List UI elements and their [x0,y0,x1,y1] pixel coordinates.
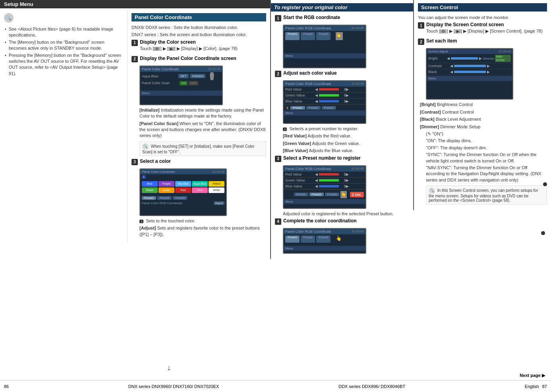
off-desc: "OFF": The display doesn't dim. [426,145,547,151]
rgb-red-row: Red Value ◀ 0 ▶ [284,87,365,93]
column-3-register-color: To register your original color 1 Start … [270,0,413,259]
rgb-complete-presets: Preset1 Preset2 Preset3 👆 [284,234,365,244]
pcc-off-btn[interactable]: OFF [189,81,198,85]
sc-step-1-title: Display the Screen Control screen [426,22,547,27]
rgb-screen-1: Panel Color RGB Coordinate 22:30:45 Pres… [283,25,366,68]
green-bar [319,94,339,97]
down-arrow-col2: ↓ [167,363,171,372]
note-icon-col1: 🔍 [4,13,14,23]
color-aquablue[interactable]: Aqua Blue [192,181,208,187]
adjust-btn[interactable]: Adjust [214,201,224,205]
dnx9-desc: DNX9/ DDX8 series : Sets the button illu… [131,25,266,31]
rgb-preset-screen: Panel Color RGB Coordinate 22:30:45 Red … [283,165,366,209]
pcc-row-color: Aqua Blue SET Initialize [140,72,222,81]
color-pink[interactable]: Pink [192,187,208,193]
step-1-desc: Touch [⚙] ▶ [▶] ▶ [Display] ▶ [Color]. (… [140,46,266,51]
footer-series-center: DDX series DDX896/ DDX8046BT [338,384,405,389]
pcc-set-btn[interactable]: SET [178,74,189,78]
preset1-btn[interactable]: Preset1 [142,196,156,200]
blue-bar-3 [319,185,339,187]
col3-step-2-num: 2 [275,71,281,77]
color-select-screen: Panel Color Coordinate 22:30:45 1 Blue P… [139,168,227,216]
footer: 86 DNX series DNX9960/ DNX7160/ DNX7020E… [0,380,551,392]
panel-color-scan-desc: [Panel Color Scan] When set to "ON", the… [139,121,266,139]
dimmer-sub: (✎ "ON") [426,131,547,137]
footer-series-left: DNX series DNX9960/ DNX7160/ DNX7020EX [128,384,219,389]
notes-list: See <About Picture files> (page 6) for r… [4,26,123,77]
rgb-blue-row: Blue Value ◀ 0 ▶ [284,98,365,104]
preset3-adj[interactable]: Preset3 [322,106,336,110]
sets-to-touched: 1 Sets to the touched color. [139,218,266,224]
preset1-adj[interactable]: Preset1 [290,106,305,110]
step-2-number: 2 [131,56,138,62]
adjusted-registered-desc: Adjusted color is registered to the sele… [283,211,409,217]
sc-step-1-desc: Touch [⚙] ▶ [▶] ▶ [Display] ▶ [Screen Co… [426,29,547,34]
preset2-cmp[interactable]: Preset2 [301,236,315,243]
preset2-adj[interactable]: Preset2 [306,106,321,110]
pcc-initialize-btn[interactable]: Initialize [190,74,206,78]
note-box-touch: 🔍 When touching [SET] or [Initialize], m… [139,141,266,156]
color-green[interactable]: Green [142,187,158,193]
black-bar [454,71,486,73]
preset2-rgb1[interactable]: Preset2 [301,32,315,40]
sync-desc: "SYNC": Turning the Dimmer function On o… [426,152,547,164]
footer-page-number: 87 [542,384,547,389]
rgb-green-row: Green Value ◀ 0 ▶ [284,93,365,98]
col3-step-1: 1 Start the RGB coordinate [275,15,409,21]
preset3-sel[interactable]: Preset3 [325,193,339,196]
step-indicator-1: 1 [139,220,143,223]
preset3-cmp[interactable]: Preset3 [316,236,331,243]
preset2-sel[interactable]: Preset2 [309,193,324,196]
rgb-adjust-header: Panel Color RGB Coordinate 22:30:45 [284,81,365,87]
column-2-panel-color: Panel Color Coordinate DNX9/ DDX8 series… [127,10,270,242]
rgb-complete-header: Panel Color RGB Coordinate 22:30:45 [284,229,365,234]
footer-left-number: 86 [4,384,9,389]
column-4-screen-control: Screen Control You can adjust the screen… [413,0,551,210]
rgb-preset-red: Red Value ◀ 0 ▶ [284,172,365,178]
screen-adjust-mockup: Screen Adjust 22:30:45 Bright ◀ ▶ Dimmer… [426,48,513,100]
sec-badge: 2 sec. [350,192,364,197]
sc-step-2: 2 Set each item [418,38,547,45]
color-red[interactable]: Red [175,187,191,193]
col3-step-1-title: Start the RGB coordinate [283,15,409,20]
preset1-cmp[interactable]: Preset1 [285,236,300,243]
col3-step-3-num: 3 [275,156,281,162]
col3-title-bar: To register your original color [271,3,413,12]
column-1-notes: 🔍 See <About Picture files> (page 6) for… [0,10,127,83]
sa-menu: Menu [427,76,512,81]
preset2-btn[interactable]: Preset2 [157,196,172,200]
footer-language: English [525,384,539,389]
rgb-screen-1-menu: Menu [284,53,365,58]
header-title: Setup Menu [4,1,33,7]
preset1-rgb1[interactable]: Preset1 [285,32,300,40]
preset1-sel[interactable]: Preset1 [294,193,308,196]
sc-step-1: 1 Display the Screen Control screen Touc… [418,22,547,35]
sc-step-2-title: Set each item [426,38,547,44]
col3-step-4-title: Complete the color coordination [283,218,409,224]
red-bar [319,88,339,91]
rgb-preset-menu: Menu [284,199,365,204]
green-val-desc: [Green Value] Adjusts the Green value. [283,141,409,147]
step-1-content: Display the Color screen Touch [⚙] ▶ [▶]… [140,39,266,52]
color-blue[interactable]: Blue [142,181,158,187]
pcc-on-btn[interactable]: ON [180,81,188,85]
preset3-btn[interactable]: Preset3 [173,196,187,200]
color-white[interactable]: White [209,187,224,193]
step-2-content: Display the Panel Color Coordinate scree… [140,56,266,62]
color-skyblue[interactable]: Sky Blue [175,181,191,187]
color-yellow[interactable]: Yellow [209,181,224,187]
note-item-3: Pressing the [Memory] button on the "Bac… [4,52,123,77]
preset3-rgb1[interactable]: Preset3 [316,32,331,40]
contrast-desc: [Contrast] Contrast Control [420,109,547,115]
initialize-desc: [Initialize] Initialization resets the s… [139,107,266,120]
rgb-preset-green: Green Value ◀ 0 ▶ [284,178,365,183]
color-purple[interactable]: Purple [159,181,174,187]
dimmer-desc: [Dimmer] Dimmer Mode Setup [420,124,547,130]
page-header: Setup Menu [0,0,270,8]
color-screen-header: Panel Color Coordinate 22:30:45 [140,169,226,174]
color-amber[interactable]: Amber [159,187,174,193]
pcc-row-scan: Panel Color Scan ON OFF [140,81,222,86]
color-footer: Preset1 Preset2 Preset3 [140,195,226,201]
bright-bar [451,57,478,60]
step-3-content: Select a color [140,158,266,165]
